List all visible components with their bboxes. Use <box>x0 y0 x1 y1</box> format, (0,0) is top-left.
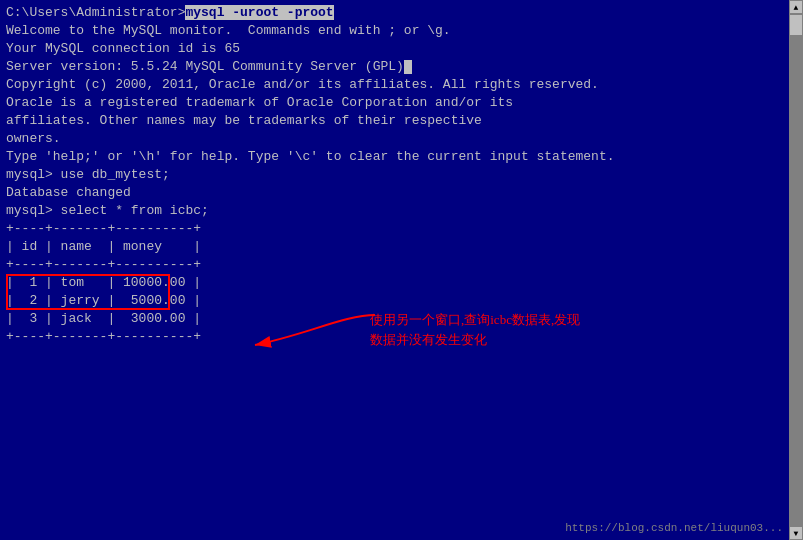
command-highlight: mysql -uroot -proot <box>185 5 333 20</box>
output-line-1: Welcome to the MySQL monitor. Commands e… <box>6 22 797 40</box>
output-line-2: Your MySQL connection id is 65 <box>6 40 797 58</box>
output-line-11: Type 'help;' or '\h' for help. Type '\c'… <box>6 148 797 166</box>
output-line-5: Copyright (c) 2000, 2011, Oracle and/or … <box>6 76 797 94</box>
scrollbar-thumb[interactable] <box>790 15 802 35</box>
scrollbar-track[interactable] <box>789 14 803 526</box>
annotation-text: 使用另一个窗口,查询icbc数据表,发现 数据并没有发生变化 <box>370 310 580 350</box>
table-border-top: +----+-------+----------+ <box>6 220 797 238</box>
terminal-window: C:\Users\Administrator>mysql -uroot -pro… <box>0 0 803 540</box>
mysql-use-line: mysql> use db_mytest; <box>6 166 797 184</box>
scroll-down-button[interactable]: ▼ <box>789 526 803 540</box>
watermark: https://blog.csdn.net/liuqun03... <box>565 522 783 534</box>
db-changed-line: Database changed <box>6 184 797 202</box>
table-row-1: | 1 | tom | 10000.00 | <box>6 274 201 292</box>
scrollbar[interactable]: ▲ ▼ <box>789 0 803 540</box>
table-header: | id | name | money | <box>6 238 797 256</box>
table-border-mid: +----+-------+----------+ <box>6 256 797 274</box>
output-line-3: Server version: 5.5.24 MySQL Community S… <box>6 58 797 76</box>
output-line-9: owners. <box>6 130 797 148</box>
cursor <box>404 60 412 74</box>
command-line: C:\Users\Administrator>mysql -uroot -pro… <box>6 4 797 22</box>
prompt: C:\Users\Administrator> <box>6 5 185 20</box>
output-line-8: affiliates. Other names may be trademark… <box>6 112 797 130</box>
scroll-up-button[interactable]: ▲ <box>789 0 803 14</box>
table-rows-container: | 1 | tom | 10000.00 | | 2 | jerry | 500… <box>6 274 201 310</box>
table-row-2: | 2 | jerry | 5000.00 | <box>6 292 201 310</box>
output-line-7: Oracle is a registered trademark of Orac… <box>6 94 797 112</box>
select-line: mysql> select * from icbc; <box>6 202 797 220</box>
